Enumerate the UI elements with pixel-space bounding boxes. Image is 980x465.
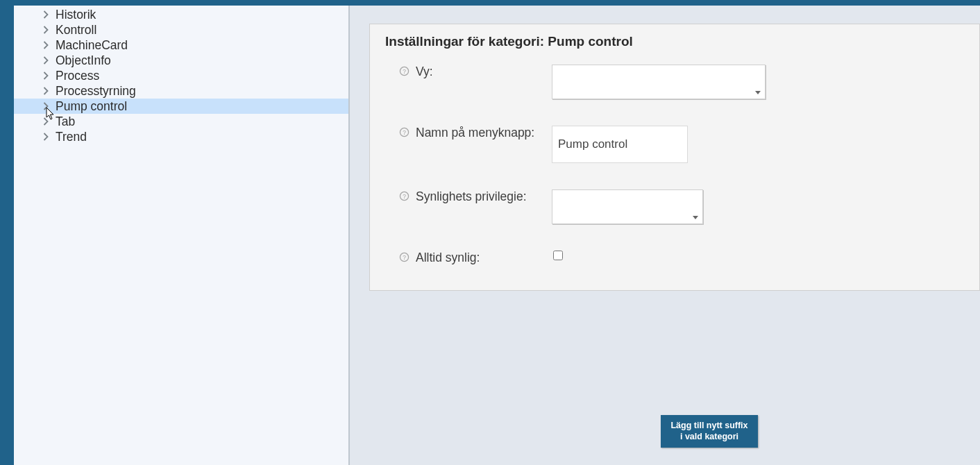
- tree-item-historik[interactable]: Historik: [14, 7, 348, 22]
- chevron-down-icon: [755, 91, 761, 94]
- add-suffix-line1: Lägg till nytt suffix: [670, 421, 747, 430]
- svg-text:?: ?: [403, 193, 406, 200]
- always-visible-checkbox[interactable]: [553, 251, 563, 260]
- add-suffix-line2: i vald kategori: [680, 432, 738, 441]
- row-visibility: ? Synlighets privilegie:: [399, 189, 964, 224]
- tree-item-label: Kontroll: [56, 22, 96, 37]
- svg-text:?: ?: [403, 68, 406, 75]
- help-icon[interactable]: ?: [399, 66, 412, 78]
- tree-item-label: MachineCard: [56, 37, 128, 53]
- chevron-right-icon[interactable]: [42, 87, 50, 95]
- menu-name-label: Namn på menyknapp:: [416, 126, 552, 140]
- visibility-label: Synlighets privilegie:: [416, 189, 552, 204]
- left-band: [0, 0, 14, 465]
- chevron-right-icon[interactable]: [42, 71, 50, 80]
- vy-select[interactable]: [552, 65, 766, 99]
- chevron-right-icon[interactable]: [42, 117, 50, 126]
- help-icon[interactable]: ?: [399, 191, 412, 203]
- tree-item-label: Process: [56, 68, 99, 83]
- svg-text:?: ?: [403, 254, 406, 261]
- settings-panel: Inställningar för kategori: Pump control…: [369, 24, 980, 291]
- tree-item-trend[interactable]: Trend: [14, 129, 348, 144]
- chevron-right-icon[interactable]: [42, 10, 50, 19]
- tree-item-label: Historik: [56, 7, 96, 22]
- category-tree: HistorikKontrollMachineCardObjectInfoPro…: [14, 7, 348, 144]
- always-visible-label: Alltid synlig:: [416, 251, 552, 265]
- tree-item-label: Trend: [56, 129, 87, 144]
- chevron-right-icon[interactable]: [42, 56, 50, 65]
- panel-heading: Inställningar för kategori: Pump control: [385, 34, 964, 49]
- row-always-visible: ? Alltid synlig:: [399, 251, 964, 265]
- chevron-right-icon[interactable]: [42, 133, 50, 141]
- tree-item-process[interactable]: Process: [14, 68, 348, 83]
- chevron-right-icon[interactable]: [42, 26, 50, 34]
- tree-item-label: Tab: [56, 114, 75, 129]
- tree-item-processtyrning[interactable]: Processtyrning: [14, 83, 348, 99]
- help-icon[interactable]: ?: [399, 127, 412, 140]
- tree-item-tab[interactable]: Tab: [14, 114, 348, 129]
- svg-text:?: ?: [403, 129, 406, 136]
- chevron-down-icon: [693, 216, 698, 219]
- visibility-select[interactable]: [552, 189, 703, 224]
- tree-item-pump-control[interactable]: Pump control: [14, 99, 348, 114]
- content-area: Inställningar för kategori: Pump control…: [351, 6, 980, 465]
- tree-item-label: ObjectInfo: [56, 53, 111, 68]
- tree-item-objectinfo[interactable]: ObjectInfo: [14, 53, 348, 68]
- add-suffix-button[interactable]: Lägg till nytt suffix i vald kategori: [661, 415, 758, 448]
- tree-item-label: Pump control: [56, 99, 127, 114]
- chevron-right-icon[interactable]: [42, 102, 50, 110]
- row-vy: ? Vy:: [399, 65, 964, 99]
- tree-item-kontroll[interactable]: Kontroll: [14, 22, 348, 37]
- category-sidebar: HistorikKontrollMachineCardObjectInfoPro…: [14, 6, 350, 465]
- chevron-right-icon[interactable]: [42, 41, 50, 49]
- tree-item-label: Processtyrning: [56, 83, 136, 99]
- vy-label: Vy:: [416, 65, 552, 79]
- row-menu-name: ? Namn på menyknapp:: [399, 126, 964, 163]
- top-bar: [14, 0, 980, 6]
- help-icon[interactable]: ?: [399, 252, 412, 264]
- menu-name-input[interactable]: [552, 126, 688, 163]
- tree-item-machinecard[interactable]: MachineCard: [14, 37, 348, 53]
